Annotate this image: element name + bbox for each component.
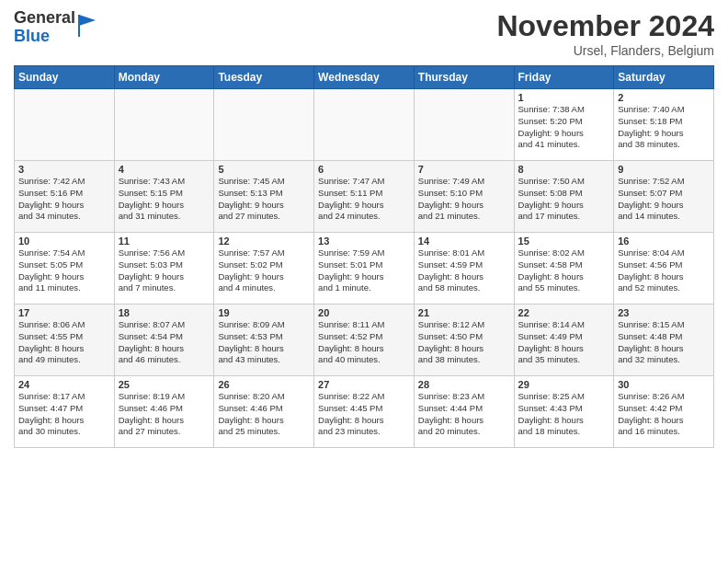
day-number: 12: [218, 236, 310, 247]
day-number: 5: [218, 164, 310, 175]
day-number: 25: [119, 379, 210, 390]
table-row: [15, 89, 115, 161]
col-friday: Friday: [514, 66, 614, 89]
table-row: 30Sunrise: 8:26 AM Sunset: 4:42 PM Dayli…: [614, 376, 714, 448]
table-row: 9Sunrise: 7:52 AM Sunset: 5:07 PM Daylig…: [614, 161, 714, 233]
table-row: 6Sunrise: 7:47 AM Sunset: 5:11 PM Daylig…: [314, 161, 415, 233]
col-wednesday: Wednesday: [314, 66, 415, 89]
table-row: 27Sunrise: 8:22 AM Sunset: 4:45 PM Dayli…: [314, 376, 415, 448]
logo-flag-icon: [77, 13, 97, 39]
day-info: Sunrise: 8:14 AM Sunset: 4:49 PM Dayligh…: [518, 319, 610, 366]
table-row: [214, 89, 314, 161]
header: General Blue November 2024 Ursel, Flande…: [14, 9, 714, 58]
day-number: 22: [518, 307, 610, 318]
table-row: 26Sunrise: 8:20 AM Sunset: 4:46 PM Dayli…: [214, 376, 314, 448]
day-number: 7: [418, 164, 510, 175]
day-number: 9: [618, 164, 710, 175]
day-info: Sunrise: 8:06 AM Sunset: 4:55 PM Dayligh…: [18, 319, 110, 366]
day-number: 11: [119, 236, 210, 247]
table-row: 1Sunrise: 7:38 AM Sunset: 5:20 PM Daylig…: [514, 89, 614, 161]
table-row: 20Sunrise: 8:11 AM Sunset: 4:52 PM Dayli…: [314, 304, 415, 376]
day-number: 13: [318, 236, 410, 247]
day-info: Sunrise: 8:20 AM Sunset: 4:46 PM Dayligh…: [218, 391, 310, 438]
table-row: 4Sunrise: 7:43 AM Sunset: 5:15 PM Daylig…: [114, 161, 214, 233]
day-number: 1: [518, 92, 610, 103]
day-info: Sunrise: 7:43 AM Sunset: 5:15 PM Dayligh…: [119, 176, 210, 223]
table-row: 25Sunrise: 8:19 AM Sunset: 4:46 PM Dayli…: [114, 376, 214, 448]
day-info: Sunrise: 8:01 AM Sunset: 4:59 PM Dayligh…: [418, 247, 510, 294]
table-row: 16Sunrise: 8:04 AM Sunset: 4:56 PM Dayli…: [614, 233, 714, 304]
calendar-week-row: 10Sunrise: 7:54 AM Sunset: 5:05 PM Dayli…: [15, 233, 714, 304]
day-info: Sunrise: 7:59 AM Sunset: 5:01 PM Dayligh…: [318, 247, 410, 294]
table-row: 10Sunrise: 7:54 AM Sunset: 5:05 PM Dayli…: [15, 233, 115, 304]
day-number: 27: [318, 379, 410, 390]
day-info: Sunrise: 7:56 AM Sunset: 5:03 PM Dayligh…: [119, 247, 210, 294]
table-row: 29Sunrise: 8:25 AM Sunset: 4:43 PM Dayli…: [514, 376, 614, 448]
day-info: Sunrise: 8:02 AM Sunset: 4:58 PM Dayligh…: [518, 247, 610, 294]
table-row: [314, 89, 415, 161]
day-number: 8: [518, 164, 610, 175]
table-row: 14Sunrise: 8:01 AM Sunset: 4:59 PM Dayli…: [414, 233, 514, 304]
page: General Blue November 2024 Ursel, Flande…: [0, 0, 728, 563]
table-row: 21Sunrise: 8:12 AM Sunset: 4:50 PM Dayli…: [414, 304, 514, 376]
table-row: 13Sunrise: 7:59 AM Sunset: 5:01 PM Dayli…: [314, 233, 415, 304]
day-number: 15: [518, 236, 610, 247]
day-number: 10: [18, 236, 110, 247]
day-info: Sunrise: 7:45 AM Sunset: 5:13 PM Dayligh…: [218, 176, 310, 223]
table-row: 7Sunrise: 7:49 AM Sunset: 5:10 PM Daylig…: [414, 161, 514, 233]
day-number: 23: [618, 307, 710, 318]
table-row: 22Sunrise: 8:14 AM Sunset: 4:49 PM Dayli…: [514, 304, 614, 376]
col-sunday: Sunday: [15, 66, 115, 89]
table-row: 28Sunrise: 8:23 AM Sunset: 4:44 PM Dayli…: [414, 376, 514, 448]
day-info: Sunrise: 7:50 AM Sunset: 5:08 PM Dayligh…: [518, 176, 610, 223]
table-row: 5Sunrise: 7:45 AM Sunset: 5:13 PM Daylig…: [214, 161, 314, 233]
logo-text: General Blue: [14, 9, 75, 46]
day-info: Sunrise: 8:09 AM Sunset: 4:53 PM Dayligh…: [218, 319, 310, 366]
calendar-week-row: 3Sunrise: 7:42 AM Sunset: 5:16 PM Daylig…: [15, 161, 714, 233]
day-number: 26: [218, 379, 310, 390]
table-row: 8Sunrise: 7:50 AM Sunset: 5:08 PM Daylig…: [514, 161, 614, 233]
table-row: 2Sunrise: 7:40 AM Sunset: 5:18 PM Daylig…: [614, 89, 714, 161]
table-row: 19Sunrise: 8:09 AM Sunset: 4:53 PM Dayli…: [214, 304, 314, 376]
calendar-header-row: Sunday Monday Tuesday Wednesday Thursday…: [15, 66, 714, 89]
day-info: Sunrise: 8:23 AM Sunset: 4:44 PM Dayligh…: [418, 391, 510, 438]
day-number: 16: [618, 236, 710, 247]
calendar-week-row: 24Sunrise: 8:17 AM Sunset: 4:47 PM Dayli…: [15, 376, 714, 448]
day-info: Sunrise: 8:11 AM Sunset: 4:52 PM Dayligh…: [318, 319, 410, 366]
day-number: 29: [518, 379, 610, 390]
day-info: Sunrise: 8:04 AM Sunset: 4:56 PM Dayligh…: [618, 247, 710, 294]
day-info: Sunrise: 7:47 AM Sunset: 5:11 PM Dayligh…: [318, 176, 410, 223]
day-number: 14: [418, 236, 510, 247]
day-number: 19: [218, 307, 310, 318]
day-info: Sunrise: 7:38 AM Sunset: 5:20 PM Dayligh…: [518, 104, 610, 151]
calendar-week-row: 1Sunrise: 7:38 AM Sunset: 5:20 PM Daylig…: [15, 89, 714, 161]
day-number: 18: [119, 307, 210, 318]
calendar-week-row: 17Sunrise: 8:06 AM Sunset: 4:55 PM Dayli…: [15, 304, 714, 376]
day-info: Sunrise: 8:07 AM Sunset: 4:54 PM Dayligh…: [119, 319, 210, 366]
col-saturday: Saturday: [614, 66, 714, 89]
day-info: Sunrise: 8:15 AM Sunset: 4:48 PM Dayligh…: [618, 319, 710, 366]
day-number: 3: [18, 164, 110, 175]
day-number: 6: [318, 164, 410, 175]
logo-general: General: [14, 9, 75, 28]
table-row: 3Sunrise: 7:42 AM Sunset: 5:16 PM Daylig…: [15, 161, 115, 233]
day-number: 28: [418, 379, 510, 390]
table-row: [414, 89, 514, 161]
day-number: 4: [119, 164, 210, 175]
day-info: Sunrise: 7:54 AM Sunset: 5:05 PM Dayligh…: [18, 247, 110, 294]
table-row: [114, 89, 214, 161]
day-info: Sunrise: 8:19 AM Sunset: 4:46 PM Dayligh…: [119, 391, 210, 438]
day-info: Sunrise: 7:42 AM Sunset: 5:16 PM Dayligh…: [18, 176, 110, 223]
day-info: Sunrise: 8:25 AM Sunset: 4:43 PM Dayligh…: [518, 391, 610, 438]
day-number: 2: [618, 92, 710, 103]
title-block: November 2024 Ursel, Flanders, Belgium: [496, 9, 714, 58]
table-row: 23Sunrise: 8:15 AM Sunset: 4:48 PM Dayli…: [614, 304, 714, 376]
table-row: 12Sunrise: 7:57 AM Sunset: 5:02 PM Dayli…: [214, 233, 314, 304]
day-number: 30: [618, 379, 710, 390]
table-row: 24Sunrise: 8:17 AM Sunset: 4:47 PM Dayli…: [15, 376, 115, 448]
day-number: 21: [418, 307, 510, 318]
day-info: Sunrise: 8:26 AM Sunset: 4:42 PM Dayligh…: [618, 391, 710, 438]
table-row: 17Sunrise: 8:06 AM Sunset: 4:55 PM Dayli…: [15, 304, 115, 376]
col-monday: Monday: [114, 66, 214, 89]
logo: General Blue: [14, 9, 97, 46]
